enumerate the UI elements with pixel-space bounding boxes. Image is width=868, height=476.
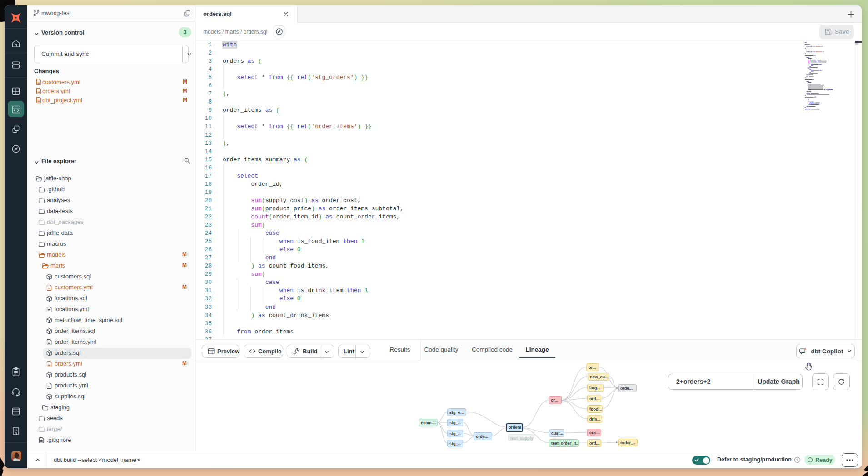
svg-text:?: ? [796,458,798,462]
